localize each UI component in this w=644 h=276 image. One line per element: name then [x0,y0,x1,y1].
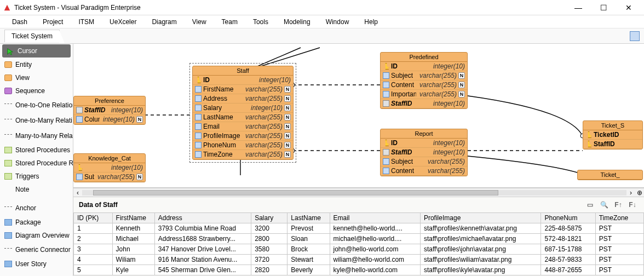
palette-stored-procedure-r-[interactable]: Stored Procedure R… [0,157,73,170]
entity-column[interactable]: Importancevarchar(255)N [381,90,467,99]
table-cell[interactable]: PST [595,265,643,275]
table-cell[interactable]: 347 Hanover Drive Lovel... [154,244,251,255]
table-cell[interactable]: PST [595,223,643,234]
entity-report[interactable]: ReportIDinteger(10)StaffIDinteger(10)Sub… [380,129,468,176]
entity-column[interactable]: Subjectvarchar(255) [381,157,467,166]
table-cell[interactable]: staff\profiles\wiliam\avatar.png [420,255,541,265]
table-cell[interactable]: Address1688 Strawberry... [154,234,251,244]
table-cell[interactable]: 2820 [251,265,288,275]
resize-grip-icon[interactable]: ⊕ [635,189,644,197]
table-cell[interactable]: staff\profiles\michael\avatar.png [420,234,541,244]
table-cell[interactable]: 3793 Columbia Mine Road [154,223,251,234]
entity-column[interactable]: IDinteger(10) [381,139,467,148]
table-cell[interactable]: Wiliam [112,255,154,265]
table-cell[interactable]: Beverly [288,265,330,275]
menu-diagram[interactable]: Diagram [152,18,176,26]
minimize-button[interactable]: — [571,3,586,12]
entity-column[interactable]: ProfileImagevarchar(255)N [193,131,293,141]
table-cell[interactable]: kyle@hello-world.com [330,265,420,275]
table-cell[interactable]: Michael [112,234,154,244]
table-cell[interactable]: 3580 [251,244,288,255]
table-row[interactable]: 1Kenneth3793 Columbia Mine Road3200Prevo… [74,223,644,234]
entity-column[interactable]: TimeZonevarchar(255)N [193,150,293,159]
table-cell[interactable]: 687-15-1788 [541,244,595,255]
palette-stored-procedures[interactable]: Stored Procedures [0,143,73,157]
menu-view[interactable]: View [192,18,206,26]
table-cell[interactable]: staff\profiles\kenneth\avatar.png [420,223,541,234]
entity-column[interactable]: Contentvarchar(255)N [381,81,467,90]
table-header[interactable]: ProfileImage [420,213,541,223]
palette-note[interactable]: Note [0,183,73,196]
sort-asc-icon[interactable]: F↑ [612,200,624,210]
entity-column[interactable]: Columninteger(10)N [74,115,145,124]
entity-column[interactable]: Subjectvarchar(255)N [74,173,145,182]
table-cell[interactable]: 2800 [251,234,288,244]
entity-column[interactable]: LastNamevarchar(255)N [193,113,293,122]
menu-modeling[interactable]: Modeling [284,18,311,26]
entity-column[interactable]: FirstNamevarchar(255)N [193,85,293,94]
entity-column[interactable]: Emailvarchar(255)N [193,122,293,131]
entity-ticket_s[interactable]: Ticket_STicketIDStaffID [583,120,643,150]
table-cell[interactable]: kenneth@hello-world.... [330,223,420,234]
table-cell[interactable]: john@hello-world.com [330,244,420,255]
table-cell[interactable]: Sloan [288,234,330,244]
entity-column[interactable]: Subjectvarchar(255)N [381,71,467,81]
palette-cursor[interactable]: Cursor [2,44,71,58]
table-header[interactable]: Salary [251,213,288,223]
table-row[interactable]: 5Kyle545 Sherman Drive Glen...2820Beverl… [74,265,644,275]
entity-column[interactable]: IDinteger(10) [381,62,467,71]
entity-preference[interactable]: PreferenceStaffIDinteger(10)Columnintege… [73,96,146,125]
palette-triggers[interactable]: Triggers [0,170,73,183]
table-cell[interactable]: 572-48-1821 [541,234,595,244]
table-cell[interactable]: Brock [288,244,330,255]
entity-column[interactable]: StaffIDinteger(10) [74,106,145,115]
entity-column[interactable]: IDinteger(10) [193,76,293,85]
entity-column[interactable]: StaffIDinteger(10) [381,148,467,157]
entity-predefined[interactable]: PredefinedIDinteger(10)Subjectvarchar(25… [380,52,468,109]
fit-icon[interactable]: ▭ [584,200,596,210]
palette-sequence[interactable]: Sequence [0,84,73,97]
menu-dash[interactable]: Dash [12,18,27,26]
menu-tools[interactable]: Tools [253,18,268,26]
table-cell[interactable]: Prevost [288,223,330,234]
table-header[interactable]: TimeZone [595,213,643,223]
entity-column[interactable]: StaffID [583,140,642,149]
table-cell[interactable]: 3 [74,244,113,255]
table-cell[interactable]: 545 Sherman Drive Glen... [154,265,251,275]
palette-one-to-one-relation[interactable]: One-to-One Relation [0,97,73,113]
table-header[interactable]: Address [154,213,251,223]
table-header[interactable]: FirstName [112,213,154,223]
close-button[interactable]: ✕ [621,3,636,12]
entity-staff[interactable]: StaffIDinteger(10)FirstNamevarchar(255)N… [192,66,294,160]
find-icon[interactable]: 🔍 [598,200,610,210]
entity-column[interactable]: Salaryinteger(10)N [193,104,293,113]
entity-knowledge_cat[interactable]: Knowledge_Catinteger(10)Subjectvarchar(2… [73,153,146,182]
palette-diagram-overview[interactable]: Diagram Overview [0,229,73,242]
menu-project[interactable]: Project [43,18,63,26]
table-cell[interactable]: 3200 [251,223,288,234]
table-cell[interactable]: Kyle [112,265,154,275]
palette-anchor[interactable]: Anchor [0,200,73,216]
horizontal-scrollbar[interactable]: ‹ › ⊕ [73,188,644,197]
palette-many-to-many-rela[interactable]: Many-to-Many Rela [0,128,73,143]
tab-ticket-system[interactable]: Ticket System [4,30,60,42]
palette-user-story[interactable]: User Story [0,257,73,271]
maximize-button[interactable]: ☐ [596,3,611,12]
palette-generic-connector[interactable]: Generic Connector [0,242,73,257]
table-cell[interactable]: wiliam@hello-world.com [330,255,420,265]
scroll-right-icon[interactable]: › [626,189,635,197]
palette-package[interactable]: Package [0,216,73,229]
menu-team[interactable]: Team [222,18,238,26]
sort-desc-icon[interactable]: F↓ [626,200,639,210]
menu-itsm[interactable]: ITSM [78,18,94,26]
table-cell[interactable]: 5 [74,265,113,275]
diagram-canvas[interactable]: PreferenceStaffIDinteger(10)Columnintege… [73,44,644,188]
palette-one-to-many-relati-[interactable]: One-to-Many Relati… [0,113,73,128]
table-cell[interactable]: Kenneth [112,223,154,234]
entity-ticket[interactable]: Ticket_ [577,170,643,180]
table-cell[interactable]: 448-87-2655 [541,265,595,275]
table-row[interactable]: 4Wiliam916 Manor Station Avenu...3720Ste… [74,255,644,265]
table-cell[interactable]: 2 [74,234,113,244]
table-cell[interactable]: michael@hello-world.... [330,234,420,244]
table-cell[interactable]: PST [595,244,643,255]
